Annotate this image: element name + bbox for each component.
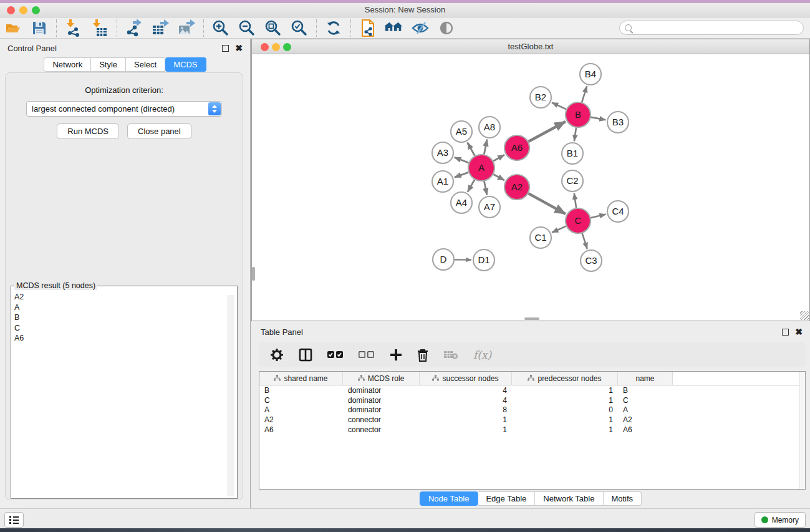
zoom-selected-icon[interactable] <box>290 19 309 37</box>
result-item[interactable]: A <box>14 302 237 313</box>
import-network-icon[interactable] <box>64 19 83 37</box>
table-cell[interactable]: 1 <box>512 386 618 395</box>
network-horizontal-scrollbar[interactable] <box>524 317 539 320</box>
export-table-icon[interactable] <box>151 19 170 37</box>
close-panel-button[interactable]: Close panel <box>127 123 191 139</box>
result-item[interactable]: B <box>14 312 237 323</box>
close-table-panel-icon[interactable]: ✖ <box>795 329 803 336</box>
table-cell[interactable]: 0 <box>512 405 618 414</box>
edge-A-A3[interactable] <box>455 157 469 163</box>
edge-A-A2[interactable] <box>493 175 504 181</box>
table-cell[interactable]: 1 <box>512 425 618 434</box>
memory-button[interactable]: Memory <box>755 512 806 528</box>
table-cell[interactable]: dominator <box>343 396 420 405</box>
tab-select[interactable]: Select <box>126 57 165 72</box>
result-item[interactable]: A6 <box>14 333 237 344</box>
edge-A-A4[interactable] <box>468 180 475 192</box>
zoom-in-icon[interactable] <box>211 19 230 37</box>
table-row[interactable]: A6connector11A6 <box>259 425 805 435</box>
houses-icon[interactable] <box>385 19 403 37</box>
edge-A-A7[interactable] <box>484 181 487 195</box>
show-eye-icon[interactable] <box>437 19 456 37</box>
table-cell[interactable]: A6 <box>259 425 343 434</box>
result-scrollbar[interactable] <box>228 295 234 496</box>
table-cell[interactable]: 4 <box>420 386 512 395</box>
zoom-window-button[interactable] <box>32 6 40 14</box>
table-cell[interactable]: connector <box>343 425 420 434</box>
table-cell[interactable]: 1 <box>512 415 618 424</box>
table-cell[interactable]: C <box>259 396 343 405</box>
network-from-document-icon[interactable] <box>359 19 377 37</box>
table-cell[interactable]: 8 <box>420 405 512 414</box>
tab-mcds[interactable]: MCDS <box>165 57 206 72</box>
table-row[interactable]: A2connector11A2 <box>259 415 805 425</box>
column-header-successor-nodes[interactable]: successor nodes <box>420 372 512 385</box>
close-panel-icon[interactable]: ✖ <box>235 45 243 52</box>
table-cell[interactable]: 1 <box>512 396 618 405</box>
resize-grip-icon[interactable] <box>800 311 809 320</box>
edge-B-B2[interactable] <box>552 102 566 109</box>
gear-icon[interactable] <box>270 348 284 362</box>
tab-network[interactable]: Network <box>44 57 91 72</box>
search-input[interactable] <box>635 24 803 32</box>
float-panel-icon[interactable] <box>222 45 229 52</box>
function-builder-icon[interactable]: f(x) <box>473 349 491 361</box>
criterion-dropdown[interactable]: largest connected component (directed) <box>26 101 222 117</box>
tab-node-table[interactable]: Node Table <box>420 491 478 506</box>
import-table-icon[interactable] <box>90 19 109 37</box>
table-cell[interactable]: dominator <box>343 405 420 414</box>
table-cell[interactable]: B <box>618 386 673 395</box>
hide-eye-icon[interactable] <box>411 19 430 37</box>
edge-C-C4[interactable] <box>591 215 605 218</box>
table-cell[interactable]: dominator <box>343 386 420 395</box>
network-vertical-scrollbar[interactable] <box>252 267 255 281</box>
task-history-button[interactable] <box>4 512 24 528</box>
network-canvas[interactable]: B4B2BB3B1A5A8A6A3AA1A2C2A4A7C4CC1C3DD1 <box>252 54 809 321</box>
edge-C-C2[interactable] <box>574 193 576 208</box>
tab-edge-table[interactable]: Edge Table <box>478 491 535 506</box>
table-cell[interactable]: 4 <box>420 396 512 405</box>
export-image-icon[interactable] <box>177 19 196 37</box>
column-header-shared-name[interactable]: shared name <box>259 372 343 385</box>
table-cell[interactable]: A <box>618 405 673 414</box>
table-row[interactable]: Bdominator41B <box>259 385 805 395</box>
edge-B-B4[interactable] <box>582 86 587 102</box>
table-cell[interactable]: B <box>259 386 343 395</box>
result-item[interactable]: C <box>14 323 237 334</box>
delete-table-icon[interactable] <box>443 350 458 360</box>
table-cell[interactable]: A <box>259 405 343 414</box>
table-cell[interactable]: A6 <box>618 425 673 434</box>
column-header-name[interactable]: name <box>618 372 673 385</box>
table-cell[interactable]: 1 <box>420 415 512 424</box>
edge-C-C1[interactable] <box>552 226 566 233</box>
open-session-icon[interactable] <box>4 19 22 37</box>
table-row[interactable]: Cdominator41C <box>259 395 805 405</box>
zoom-out-icon[interactable] <box>238 19 256 37</box>
minimize-window-button[interactable] <box>19 6 27 14</box>
edge-C-C3[interactable] <box>582 233 587 249</box>
result-item[interactable]: A2 <box>14 292 237 302</box>
trash-icon[interactable] <box>417 349 428 362</box>
column-header-predecessor-nodes[interactable]: predecessor nodes <box>512 372 618 385</box>
float-table-panel-icon[interactable] <box>782 329 789 336</box>
table-cell[interactable]: 1 <box>420 425 512 434</box>
edge-A2-C[interactable] <box>528 193 565 214</box>
export-network-icon[interactable] <box>125 19 143 37</box>
tab-style[interactable]: Style <box>91 57 126 72</box>
deselect-all-columns-icon[interactable] <box>359 351 375 359</box>
edge-A-A1[interactable] <box>455 172 468 177</box>
table-row[interactable]: Adominator80A <box>259 405 805 415</box>
run-mcds-button[interactable]: Run MCDS <box>57 123 119 139</box>
column-header-mcds-role[interactable]: MCDS role <box>343 372 420 385</box>
table-cell[interactable]: C <box>618 396 673 405</box>
edge-B-B1[interactable] <box>574 128 576 141</box>
zoom-fit-icon[interactable] <box>264 19 282 37</box>
edge-A-A8[interactable] <box>484 140 487 155</box>
edge-A6-B[interactable] <box>528 122 565 142</box>
edge-A-A5[interactable] <box>468 143 475 156</box>
close-window-button[interactable] <box>7 6 15 14</box>
tab-motifs[interactable]: Motifs <box>603 491 642 506</box>
split-view-icon[interactable] <box>299 348 312 362</box>
refresh-icon[interactable] <box>324 19 343 37</box>
close-network-button[interactable] <box>261 43 269 51</box>
